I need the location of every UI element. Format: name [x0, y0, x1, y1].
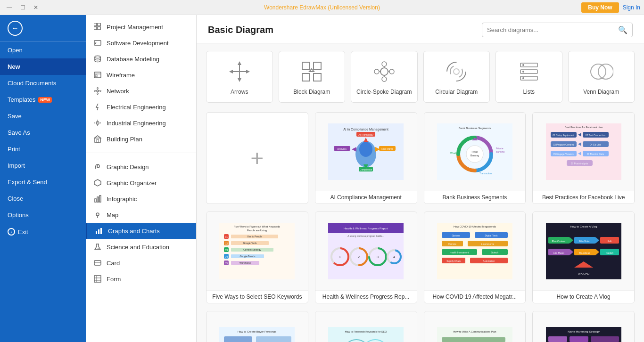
cat-form[interactable]: Form: [86, 271, 196, 287]
template-create-vlog[interactable]: How to Create A Vlog Plan Content Film V…: [532, 212, 635, 303]
svg-rect-209: [591, 336, 619, 342]
cat-card[interactable]: Card: [86, 255, 196, 271]
svg-point-11: [97, 90, 99, 92]
search-icon[interactable]: 🔍: [618, 25, 627, 34]
add-new-card[interactable]: +: [206, 112, 308, 204]
svg-rect-192: [224, 336, 252, 342]
nav-import[interactable]: Import: [0, 157, 86, 174]
svg-text:Banking: Banking: [496, 150, 504, 153]
cat-software-development[interactable]: Software Development: [86, 35, 196, 51]
nav-options[interactable]: Options: [0, 207, 86, 223]
cat-map[interactable]: Map: [86, 207, 196, 223]
template-health-wellness[interactable]: Health & Wellness Progress Report A stro…: [315, 212, 417, 303]
health-wellness-preview: Health & Wellness Progress Report A stro…: [315, 212, 417, 290]
svg-text:Biotech: Biotech: [491, 251, 499, 254]
wireframe-icon: [93, 71, 102, 79]
svg-rect-47: [314, 62, 321, 70]
nav-exit[interactable]: ◦ Exit: [0, 223, 86, 240]
icon-card-circle-spoke[interactable]: Circle-Spoke Diagram: [351, 51, 418, 103]
svg-rect-26: [97, 197, 99, 202]
cat-infographic[interactable]: Infographic: [86, 191, 196, 207]
cat-project-management-label: Project Management: [107, 24, 163, 31]
svg-text:Google Tools: Google Tools: [243, 242, 257, 244]
cat-section-top: Project Management Software Development …: [86, 15, 196, 151]
circular-preview: [443, 58, 470, 85]
back-button[interactable]: ←: [0, 15, 86, 42]
svg-text:Remote: Remote: [448, 243, 456, 245]
svg-text:Google Trends: Google Trends: [240, 255, 256, 258]
cat-graphic-design[interactable]: Graphic Design: [86, 159, 196, 175]
template-facebook-live[interactable]: Best Practices for Facebook Live 01 Setu…: [532, 112, 635, 204]
svg-point-198: [362, 340, 388, 342]
template-ai-compliance[interactable]: AI in Compliance Management: [315, 112, 417, 204]
template-marketing-strategy[interactable]: Niche Marketing Strategy Niche Marketing…: [532, 311, 635, 342]
create-vlog-label: How to Create A Vlog: [533, 290, 634, 303]
block-diagram-preview: [298, 58, 325, 85]
svg-text:Five Ways to Figure out What K: Five Ways to Figure out What Keywords: [234, 225, 280, 228]
back-icon: ←: [8, 21, 23, 36]
svg-rect-207: [548, 336, 567, 342]
buyer-persona-preview: How to Create Buyer Personas Persona: [206, 311, 308, 342]
cat-science-education[interactable]: Science and Education: [86, 239, 196, 255]
seo-keywords-preview: Five Ways to Figure out What Keywords Pe…: [206, 212, 308, 290]
cat-graphs-charts[interactable]: Graphs and Charts: [86, 223, 196, 239]
svg-text:Film Video: Film Video: [579, 240, 590, 243]
svg-text:03 Prepare Content: 03 Prepare Content: [553, 143, 574, 146]
cat-project-management[interactable]: Project Management: [86, 19, 196, 35]
covid-mega-label: How COVID 19 Affected Megatr...: [424, 290, 526, 303]
page-title: Basic Diagram: [208, 24, 273, 35]
svg-text:Transaction: Transaction: [479, 172, 492, 175]
cat-industrial-engineering[interactable]: Industrial Engineering: [86, 115, 196, 131]
project-management-icon: [93, 23, 102, 31]
svg-rect-23: [97, 139, 99, 142]
template-bank-business[interactable]: Bank Business Segments Retail Banking: [424, 112, 526, 204]
template-research-keywords[interactable]: How to Research Keywords for SEO SEO How…: [315, 311, 417, 342]
nav-save[interactable]: Save: [0, 108, 86, 124]
svg-text:Private: Private: [496, 147, 504, 150]
ai-compliance-label: AI Compliance Management: [315, 191, 417, 204]
minimize-button[interactable]: —: [4, 2, 15, 13]
cat-map-label: Map: [107, 212, 118, 219]
search-input[interactable]: [487, 26, 618, 33]
arrows-label: Arrows: [231, 89, 248, 95]
icon-card-circular[interactable]: Circular Diagram: [423, 51, 490, 103]
svg-text:02: 02: [225, 242, 228, 245]
nav-cloud-documents[interactable]: Cloud Documents: [0, 75, 86, 91]
svg-text:How to Create A Vlog: How to Create A Vlog: [570, 225, 597, 228]
icon-card-venn[interactable]: Venn Diagram: [568, 51, 635, 103]
svg-text:How COVID-19 Affected Megatren: How COVID-19 Affected Megatrends: [454, 225, 496, 228]
graphs-icon: [95, 227, 103, 235]
icon-card-block-diagram[interactable]: Block Diagram: [279, 51, 346, 103]
cat-card-label: Card: [107, 260, 120, 267]
icon-card-lists[interactable]: Lists: [495, 51, 562, 103]
cat-network[interactable]: Network: [86, 83, 196, 99]
template-buyer-persona[interactable]: How to Create Buyer Personas Persona How…: [206, 311, 308, 342]
nav-templates[interactable]: Templates NEW: [0, 91, 86, 108]
cat-science-label: Science and Education: [107, 244, 169, 251]
nav-new[interactable]: New: [0, 58, 86, 75]
template-communications-plan[interactable]: How to Write A Communications Plan How t…: [424, 311, 526, 342]
svg-text:AI Technology: AI Technology: [358, 133, 373, 136]
sign-in-button[interactable]: Sign In: [623, 4, 640, 11]
svg-point-61: [450, 65, 462, 78]
buy-now-button[interactable]: Buy Now: [581, 2, 619, 13]
cat-database-modeling[interactable]: Database Modeling: [86, 51, 196, 67]
cat-graphic-organizer[interactable]: Graphic Organizer: [86, 175, 196, 191]
cat-form-label: Form: [107, 276, 121, 283]
nav-print[interactable]: Print: [0, 141, 86, 157]
nav-close[interactable]: Close: [0, 190, 86, 207]
maximize-button[interactable]: ☐: [17, 2, 28, 13]
cat-electrical-engineering[interactable]: Electrical Engineering: [86, 99, 196, 115]
nav-open[interactable]: Open: [0, 42, 86, 58]
cat-building-plan[interactable]: Building Plan: [86, 131, 196, 147]
template-covid-mega[interactable]: How COVID-19 Affected Megatrends Options…: [424, 212, 526, 303]
nav-export[interactable]: Export & Send: [0, 174, 86, 190]
svg-point-67: [522, 71, 524, 73]
nav-save-as[interactable]: Save As: [0, 124, 86, 141]
icon-card-arrows[interactable]: Arrows: [206, 51, 273, 103]
template-seo-keywords[interactable]: Five Ways to Figure out What Keywords Pe…: [206, 212, 308, 303]
cat-wireframe[interactable]: Wireframe: [86, 67, 196, 83]
bank-business-preview: Bank Business Segments Retail Banking: [424, 113, 526, 191]
close-button[interactable]: ✕: [30, 2, 41, 13]
svg-text:04 Go Live: 04 Go Live: [590, 143, 601, 146]
